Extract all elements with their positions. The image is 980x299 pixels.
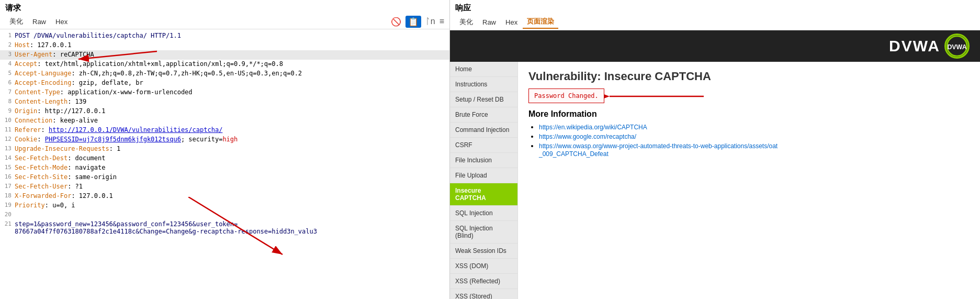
code-line-4: 4 Accept: text/html,application/xhtml+xm… <box>0 60 449 69</box>
tab-raw-right[interactable]: Raw <box>478 17 500 28</box>
nav-item-xssreflected[interactable]: XSS (Reflected) <box>450 274 517 289</box>
nav-item-setup[interactable]: Setup / Reset DB <box>450 92 517 107</box>
tab-render-right[interactable]: 页面渲染 <box>523 15 558 29</box>
password-changed-badge: Password Changed. <box>528 88 604 103</box>
dvwa-logo-text: DVWA <box>889 37 940 55</box>
code-line-20: 20 <box>0 211 449 220</box>
password-changed-container: Password Changed. <box>528 88 604 109</box>
code-line-19: 19 Priority: u=0, i <box>0 201 449 211</box>
response-tab-bar: 美化 Raw Hex 页面渲染 <box>450 14 980 30</box>
response-panel: 响应 美化 Raw Hex 页面渲染 DVWA DVWA Home Instru… <box>450 0 980 299</box>
nav-item-xssstored[interactable]: XSS (Stored) <box>450 289 517 299</box>
dvwa-content: Vulnerability: Insecure CAPTCHA Password… <box>518 62 980 299</box>
link-wikipedia[interactable]: https://en.wikipedia.org/wiki/CAPTCHA <box>539 124 647 131</box>
dvwa-body: Home Instructions Setup / Reset DB Brute… <box>450 62 980 299</box>
code-line-6: 6 Accept-Encoding: gzip, deflate, br <box>0 79 449 88</box>
code-line-2: 2 Host: 127.0.0.1 <box>0 41 449 50</box>
code-line-7: 7 Content-Type: application/x-www-form-u… <box>0 88 449 97</box>
code-line-11: 11 Referer: http://127.0.0.1/DVWA/vulner… <box>0 126 449 135</box>
request-title: 请求 <box>0 0 449 14</box>
dvwa-links-list: https://en.wikipedia.org/wiki/CAPTCHA ht… <box>528 123 970 158</box>
nav-item-sqlinjection[interactable]: SQL Injection <box>450 206 517 221</box>
tab-raw-left[interactable]: Raw <box>28 16 50 27</box>
nav-item-sqlinjectionblind[interactable]: SQL Injection (Blind) <box>450 221 517 243</box>
request-tab-icons: 🚫 📋 ᛚn ≡ <box>391 16 444 28</box>
clipboard-icon[interactable]: 📋 <box>405 16 421 28</box>
tab-beautify-right[interactable]: 美化 <box>455 16 477 28</box>
code-line-9: 9 Origin: http://127.0.0.1 <box>0 107 449 116</box>
tab-hex-left[interactable]: Hex <box>51 16 72 27</box>
code-line-8: 8 Content-Length: 139 <box>0 97 449 107</box>
nav-item-home[interactable]: Home <box>450 62 517 77</box>
code-line-5: 5 Accept-Language: zh-CN,zh;q=0.8,zh-TW;… <box>0 69 449 79</box>
request-panel: 请求 美化 Raw Hex 🚫 📋 ᛚn ≡ 1 POST /DVWA/vuln… <box>0 0 450 299</box>
code-line-21: 21 step=1&password_new=123456&password_c… <box>0 220 449 236</box>
nav-item-weaksessionids[interactable]: Weak Session IDs <box>450 243 517 259</box>
eye-off-icon[interactable]: 🚫 <box>391 17 401 27</box>
dvwa-header: DVWA DVWA <box>450 30 980 62</box>
nav-item-fileinclusion[interactable]: File Inclusion <box>450 153 517 168</box>
tab-beautify-left[interactable]: 美化 <box>5 15 27 28</box>
more-info-title: More Information <box>528 109 970 119</box>
link-google-recaptcha[interactable]: https://www.google.com/recaptcha/ <box>539 133 636 140</box>
code-line-18: 18 X-Forwarded-For: 127.0.0.1 <box>0 192 449 201</box>
code-line-13: 13 Upgrade-Insecure-Requests: 1 <box>0 145 449 154</box>
link-owasp[interactable]: https://www.owasp.org/www-project-automa… <box>539 142 778 158</box>
link-item-2: https://www.google.com/recaptcha/ <box>539 132 970 140</box>
code-line-10: 10 Connection: keep-alive <box>0 116 449 126</box>
nav-item-commandinjection[interactable]: Command Injection <box>450 123 517 138</box>
menu-icon[interactable]: ≡ <box>440 17 444 26</box>
code-line-17: 17 Sec-Fetch-User: ?1 <box>0 182 449 192</box>
nav-item-bruteforce[interactable]: Brute Force <box>450 107 517 123</box>
dvwa-logo-circle: DVWA <box>944 34 970 59</box>
code-line-12: 12 Cookie: PHPSESSID=uj7c8j9f5dnm6kjfgk0… <box>0 135 449 145</box>
page-title: Vulnerability: Insecure CAPTCHA <box>528 70 970 83</box>
svg-text:DVWA: DVWA <box>947 43 966 51</box>
request-tab-bar: 美化 Raw Hex 🚫 📋 ᛚn ≡ <box>0 14 449 29</box>
nav-item-csrf[interactable]: CSRF <box>450 138 517 153</box>
tab-hex-right[interactable]: Hex <box>501 17 522 28</box>
pipe-icon[interactable]: ᛚn <box>425 17 435 26</box>
arrow-password <box>604 86 709 107</box>
code-line-14: 14 Sec-Fetch-Dest: document <box>0 154 449 163</box>
link-item-3: https://www.owasp.org/www-project-automa… <box>539 142 970 158</box>
code-line-15: 15 Sec-Fetch-Mode: navigate <box>0 163 449 173</box>
nav-item-insecurecaptcha[interactable]: Insecure CAPTCHA <box>450 183 517 206</box>
nav-item-xssdom[interactable]: XSS (DOM) <box>450 259 517 274</box>
code-line-1: 1 POST /DVWA/vulnerabilities/captcha/ HT… <box>0 31 449 41</box>
dvwa-nav: Home Instructions Setup / Reset DB Brute… <box>450 62 518 299</box>
nav-item-fileupload[interactable]: File Upload <box>450 168 517 183</box>
nav-item-instructions[interactable]: Instructions <box>450 77 517 92</box>
link-item-1: https://en.wikipedia.org/wiki/CAPTCHA <box>539 123 970 131</box>
request-code-area: 1 POST /DVWA/vulnerabilities/captcha/ HT… <box>0 29 449 299</box>
code-line-3: 3 User-Agent: reCAPTCHA <box>0 50 449 60</box>
code-line-16: 16 Sec-Fetch-Site: same-origin <box>0 173 449 182</box>
response-title: 响应 <box>450 0 980 14</box>
dvwa-frame: DVWA DVWA Home Instructions Setup / Rese… <box>450 30 980 299</box>
